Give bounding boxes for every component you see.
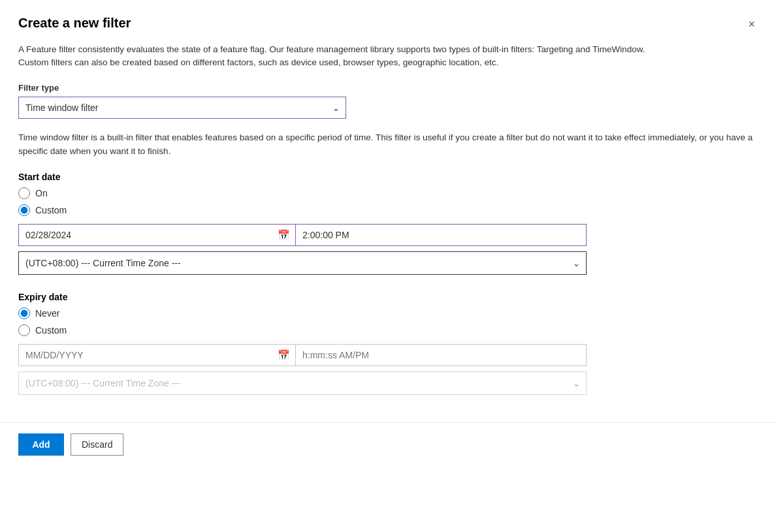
add-button[interactable]: Add xyxy=(18,433,64,456)
close-button[interactable]: × xyxy=(745,16,758,33)
start-timezone-wrapper: (UTC+08:00) --- Current Time Zone --- (U… xyxy=(18,251,587,275)
expiry-never-label: Never xyxy=(35,308,59,319)
start-date-on-radio[interactable] xyxy=(18,187,30,199)
expiry-date-title: Expiry date xyxy=(18,292,758,302)
dialog-footer: Add Discard xyxy=(18,423,758,469)
expiry-date-input-wrapper: 📅 xyxy=(18,344,295,366)
filter-type-select[interactable]: Time window filter Targeting filter Cust… xyxy=(18,97,346,119)
expiry-never-radio[interactable] xyxy=(18,307,30,319)
start-date-input[interactable] xyxy=(18,224,295,246)
dialog-header: Create a new filter × xyxy=(18,16,758,33)
start-date-custom-label: Custom xyxy=(35,205,67,215)
expiry-custom-radio[interactable] xyxy=(18,324,30,336)
filter-type-wrapper: Time window filter Targeting filter Cust… xyxy=(18,97,346,119)
expiry-time-input[interactable] xyxy=(295,344,587,366)
dialog-title: Create a new filter xyxy=(18,16,131,31)
create-filter-dialog: Create a new filter × A Feature filter c… xyxy=(0,0,776,532)
start-time-input[interactable] xyxy=(295,224,587,246)
start-date-custom-radio[interactable] xyxy=(18,204,30,216)
start-date-on-option[interactable]: On xyxy=(18,187,758,199)
filter-type-section: Filter type Time window filter Targeting… xyxy=(18,83,758,119)
start-date-title: Start date xyxy=(18,172,758,182)
start-date-input-wrapper: 📅 xyxy=(18,224,295,246)
expiry-custom-label: Custom xyxy=(35,325,67,336)
discard-button[interactable]: Discard xyxy=(71,433,123,456)
filter-description-text: Time window filter is a built-in filter … xyxy=(18,131,758,159)
expiry-custom-option[interactable]: Custom xyxy=(18,324,758,336)
filter-type-label: Filter type xyxy=(18,83,758,93)
start-date-custom-option[interactable]: Custom xyxy=(18,204,758,216)
expiry-timezone-wrapper: (UTC+08:00) --- Current Time Zone --- (U… xyxy=(18,371,587,395)
expiry-date-time-row: 📅 xyxy=(18,344,587,366)
start-date-on-label: On xyxy=(35,188,48,198)
expiry-date-input[interactable] xyxy=(18,344,295,366)
start-date-section: Start date On Custom 📅 (UTC+08:00) --- C… xyxy=(18,172,758,275)
start-date-radio-group: On Custom xyxy=(18,187,758,216)
expiry-date-radio-group: Never Custom xyxy=(18,307,758,336)
start-date-time-row: 📅 xyxy=(18,224,587,246)
dialog-description: A Feature filter consistently evaluates … xyxy=(18,43,758,70)
expiry-date-section: Expiry date Never Custom 📅 (UTC+08:00) -… xyxy=(18,292,758,395)
expiry-timezone-select[interactable]: (UTC+08:00) --- Current Time Zone --- (U… xyxy=(18,371,587,395)
expiry-never-option[interactable]: Never xyxy=(18,307,758,319)
start-timezone-select[interactable]: (UTC+08:00) --- Current Time Zone --- (U… xyxy=(18,251,587,275)
